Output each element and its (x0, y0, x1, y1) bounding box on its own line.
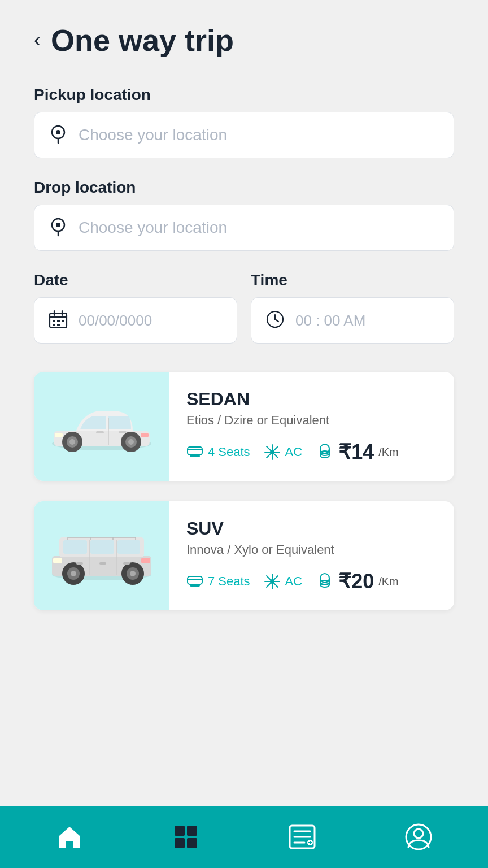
suv-price-unit: /Km (378, 575, 399, 588)
coin-icon (316, 572, 334, 591)
sedan-price-amount: ₹14 (338, 440, 374, 464)
svg-point-93 (414, 829, 423, 838)
svg-rect-56 (53, 558, 62, 563)
suv-features: 7 Seats AC (186, 570, 437, 593)
nav-list[interactable] (272, 818, 333, 856)
svg-point-52 (71, 571, 76, 576)
drop-placeholder: Choose your location (79, 219, 227, 237)
sedan-ac: AC (264, 444, 303, 461)
svg-rect-57 (141, 558, 150, 563)
suv-price: ₹20/Km (316, 570, 399, 593)
svg-rect-67 (123, 562, 130, 565)
time-input[interactable]: 00 : 00 AM (251, 297, 454, 344)
svg-rect-82 (187, 826, 197, 836)
svg-rect-32 (190, 455, 200, 457)
clock-icon (265, 309, 285, 332)
sedan-image (34, 372, 169, 481)
svg-rect-47 (63, 540, 87, 554)
date-section: Date 00/00/0000 (34, 271, 237, 344)
suv-details: SUV Innova / Xylo or Equivalent 7 Seats (169, 501, 454, 610)
time-section: Time 00 : 00 AM (251, 271, 454, 344)
sedan-price: ₹14/Km (316, 440, 399, 464)
sedan-model: Etios / Dzire or Equivalent (186, 413, 437, 428)
svg-rect-31 (188, 447, 202, 455)
date-value: 00/00/0000 (79, 312, 152, 329)
time-value: 00 : 00 AM (295, 312, 365, 329)
sedan-features: 4 Seats AC (186, 440, 437, 464)
suv-model: Innova / Xylo or Equivalent (186, 542, 437, 557)
nav-profile[interactable] (388, 818, 449, 856)
svg-point-55 (130, 571, 136, 576)
svg-rect-26 (55, 433, 63, 437)
ac-icon (264, 573, 281, 590)
svg-rect-11 (57, 320, 60, 322)
drop-section: Drop location Choose your location (34, 179, 454, 251)
svg-rect-65 (76, 562, 83, 565)
svg-point-25 (128, 439, 134, 445)
svg-point-4 (56, 223, 60, 227)
svg-point-75 (270, 579, 274, 584)
home-icon (56, 823, 83, 850)
suv-type: SUV (186, 518, 437, 539)
suv-image (34, 501, 169, 610)
suv-ac: AC (264, 573, 303, 590)
drop-location-icon (48, 216, 68, 239)
svg-rect-84 (187, 838, 197, 848)
seat-icon (186, 575, 203, 588)
calendar-icon (48, 309, 68, 332)
svg-rect-30 (119, 431, 127, 433)
svg-point-22 (69, 439, 75, 445)
pickup-section: Pickup location Choose your location (34, 86, 454, 158)
sedan-price-unit: /Km (378, 446, 399, 459)
grid-icon (172, 823, 199, 850)
date-input[interactable]: 00/00/0000 (34, 297, 237, 344)
coin-icon (316, 443, 334, 461)
svg-rect-69 (190, 584, 200, 587)
pickup-location-icon (48, 124, 68, 146)
svg-point-38 (270, 450, 274, 454)
pickup-placeholder: Choose your location (79, 126, 227, 144)
date-label: Date (34, 271, 237, 289)
svg-rect-14 (57, 324, 60, 326)
svg-rect-10 (53, 320, 55, 322)
date-time-row: Date 00/00/0000 (34, 271, 454, 344)
seat-icon (186, 446, 203, 458)
profile-icon (405, 823, 432, 850)
sedan-details: SEDAN Etios / Dzire or Equivalent 4 Seat… (169, 372, 454, 481)
pickup-input[interactable]: Choose your location (34, 112, 454, 158)
svg-rect-48 (90, 540, 114, 554)
sedan-seats: 4 Seats (186, 445, 250, 459)
page-header: ‹ One way trip (34, 23, 454, 58)
svg-rect-81 (175, 826, 185, 836)
svg-rect-70 (188, 579, 202, 580)
svg-rect-68 (188, 576, 202, 584)
drop-input[interactable]: Choose your location (34, 205, 454, 251)
svg-rect-66 (99, 562, 106, 565)
time-label: Time (251, 271, 454, 289)
svg-point-1 (56, 130, 60, 134)
bottom-nav (0, 806, 488, 868)
svg-rect-49 (117, 540, 140, 554)
list-icon (289, 823, 316, 850)
sedan-type: SEDAN (186, 389, 437, 410)
drop-label: Drop location (34, 179, 454, 197)
svg-rect-27 (141, 433, 149, 437)
svg-rect-29 (96, 431, 104, 433)
suv-card[interactable]: SUV Innova / Xylo or Equivalent 7 Seats (34, 501, 454, 610)
nav-grid[interactable] (155, 818, 216, 856)
svg-rect-12 (62, 320, 64, 322)
page-title: One way trip (51, 23, 234, 58)
svg-rect-83 (175, 838, 185, 848)
suv-seats: 7 Seats (186, 574, 250, 589)
suv-price-amount: ₹20 (338, 570, 374, 593)
svg-rect-13 (53, 324, 55, 326)
svg-rect-33 (188, 449, 202, 450)
pickup-label: Pickup location (34, 86, 454, 104)
ac-icon (264, 444, 281, 461)
back-button[interactable]: ‹ (34, 28, 41, 52)
nav-home[interactable] (39, 818, 100, 856)
svg-line-17 (275, 319, 278, 322)
sedan-card[interactable]: SEDAN Etios / Dzire or Equivalent 4 Seat… (34, 372, 454, 481)
